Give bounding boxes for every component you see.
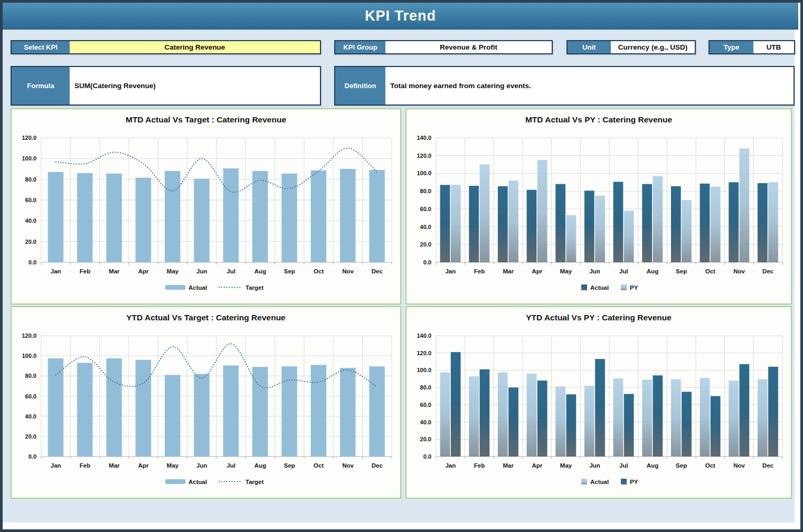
unit-value: Currency (e.g., USD) [611,41,695,53]
svg-text:80.0: 80.0 [25,373,36,379]
svg-text:Target: Target [245,479,263,485]
svg-text:0.0: 0.0 [423,453,431,460]
title-bar: KPI Trend [3,3,798,30]
svg-text:Jan: Jan [445,268,456,274]
unit-field: Unit Currency (e.g., USD) [566,40,696,54]
svg-text:60.0: 60.0 [25,197,36,203]
svg-text:Sep: Sep [284,268,295,274]
kpi-trend-dashboard: KPI Trend Select KPI Catering Revenue KP… [0,0,803,532]
select-kpi-value[interactable]: Catering Revenue [70,41,320,53]
svg-text:Apr: Apr [138,268,149,274]
svg-text:Jun: Jun [589,462,600,469]
svg-text:May: May [167,268,179,274]
svg-text:120.0: 120.0 [417,350,431,356]
definition-field: Definition Total money earned from cater… [334,66,795,106]
select-kpi-field: Select KPI Catering Revenue [11,40,321,54]
kpi-group-label: KPI Group [335,41,385,53]
svg-text:Sep: Sep [284,462,295,469]
svg-text:Jul: Jul [226,462,235,469]
svg-text:Apr: Apr [138,462,149,469]
svg-text:PY: PY [630,479,638,485]
svg-text:Feb: Feb [474,462,485,469]
svg-text:140.0: 140.0 [417,135,431,141]
chart-mtd-actual-vs-py: 0.020.040.060.080.0100.0120.0140.0JanFeb… [407,130,791,303]
svg-text:Mar: Mar [109,268,120,274]
svg-text:Jun: Jun [196,268,207,274]
svg-text:Feb: Feb [80,462,90,469]
panel-ytd-actual-vs-target: YTD Actual Vs Target : Catering Revenue … [11,306,401,499]
type-field: Type UTB [708,40,795,54]
select-kpi-label: Select KPI [12,41,70,53]
svg-text:0.0: 0.0 [29,453,36,460]
svg-text:Actual: Actual [590,479,609,485]
svg-text:Actual: Actual [188,479,207,485]
chart-title-ytd-target: YTD Actual Vs Target : Catering Revenue [12,307,400,328]
svg-text:Jul: Jul [619,268,628,274]
svg-text:Dec: Dec [372,268,383,274]
page-title: KPI Trend [365,8,436,24]
svg-text:Jan: Jan [51,462,61,469]
svg-text:Jun: Jun [196,462,207,469]
svg-text:Nov: Nov [342,462,354,469]
formula-field: Formula SUM(Catering Revenue) [11,66,321,106]
svg-text:Oct: Oct [314,462,324,469]
svg-text:Dec: Dec [372,462,383,469]
svg-text:Aug: Aug [647,268,658,274]
svg-text:Jan: Jan [51,268,61,274]
svg-text:Feb: Feb [80,268,90,274]
svg-text:0.0: 0.0 [423,259,431,265]
svg-text:Actual: Actual [188,284,207,291]
svg-text:20.0: 20.0 [25,433,36,440]
chart-title-mtd-py: MTD Actual Vs PY : Catering Revenue [407,109,791,130]
svg-text:PY: PY [630,284,638,291]
svg-text:Aug: Aug [254,462,266,469]
svg-text:Target: Target [245,284,263,291]
panel-ytd-actual-vs-py: YTD Actual Vs PY : Catering Revenue 0.02… [405,306,792,499]
svg-text:80.0: 80.0 [420,188,431,194]
svg-text:Oct: Oct [705,462,715,469]
svg-text:100.0: 100.0 [22,155,36,162]
svg-text:60.0: 60.0 [420,402,431,408]
svg-text:Aug: Aug [647,462,658,469]
svg-text:Sep: Sep [676,462,687,469]
svg-text:Oct: Oct [705,268,715,274]
svg-text:May: May [560,268,572,274]
definition-label: Definition [335,67,385,104]
svg-text:120.0: 120.0 [22,332,36,339]
svg-text:Jan: Jan [445,462,456,469]
svg-text:20.0: 20.0 [25,239,36,245]
panel-mtd-actual-vs-target: MTD Actual Vs Target : Catering Revenue … [11,108,401,305]
svg-text:Oct: Oct [314,268,324,274]
svg-text:120.0: 120.0 [417,153,431,159]
formula-value: SUM(Catering Revenue) [70,67,320,104]
unit-label: Unit [568,41,611,53]
definition-value: Total money earned from catering events. [385,67,793,104]
svg-text:Jul: Jul [226,268,235,274]
svg-text:May: May [560,462,572,469]
svg-text:Jun: Jun [589,268,600,274]
type-label: Type [710,41,753,53]
svg-text:Dec: Dec [762,462,774,469]
svg-text:100.0: 100.0 [417,367,431,373]
svg-text:May: May [167,462,179,469]
svg-text:Mar: Mar [503,462,514,469]
svg-text:Aug: Aug [254,268,266,274]
svg-text:Nov: Nov [733,462,745,469]
svg-text:Mar: Mar [109,462,120,469]
svg-text:Dec: Dec [762,268,774,274]
svg-text:80.0: 80.0 [25,176,36,183]
svg-text:Feb: Feb [474,268,485,274]
svg-text:80.0: 80.0 [420,384,431,391]
formula-label: Formula [12,67,70,104]
svg-text:40.0: 40.0 [420,419,431,425]
svg-text:20.0: 20.0 [420,241,431,248]
svg-text:Sep: Sep [676,268,687,274]
svg-text:140.0: 140.0 [417,332,431,339]
svg-text:Mar: Mar [503,268,514,274]
type-value: UTB [753,41,794,53]
svg-text:100.0: 100.0 [22,353,36,359]
chart-title-mtd-target: MTD Actual Vs Target : Catering Revenue [12,109,400,130]
svg-text:Apr: Apr [532,462,542,469]
svg-text:100.0: 100.0 [417,170,431,176]
svg-text:Apr: Apr [532,268,542,274]
